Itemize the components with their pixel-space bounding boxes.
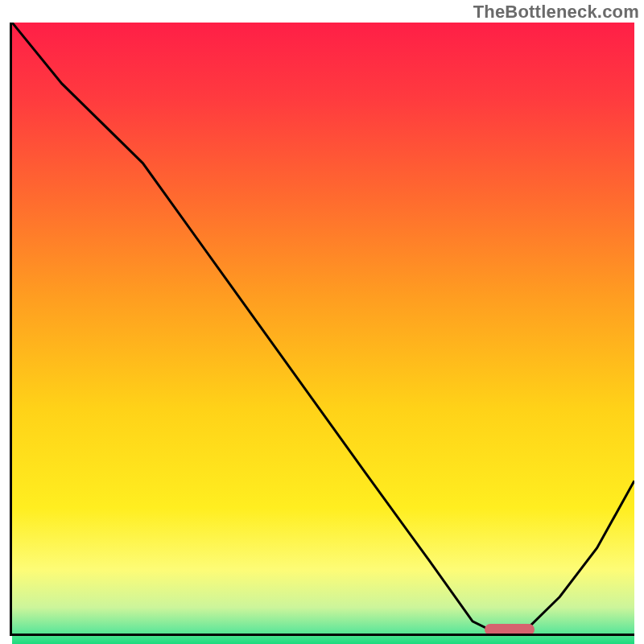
plot-area <box>10 23 634 636</box>
bottleneck-curve <box>12 23 634 634</box>
watermark-text: TheBottleneck.com <box>473 2 639 23</box>
optimal-range-marker <box>485 624 535 635</box>
bottleneck-chart: TheBottleneck.com <box>0 0 644 644</box>
